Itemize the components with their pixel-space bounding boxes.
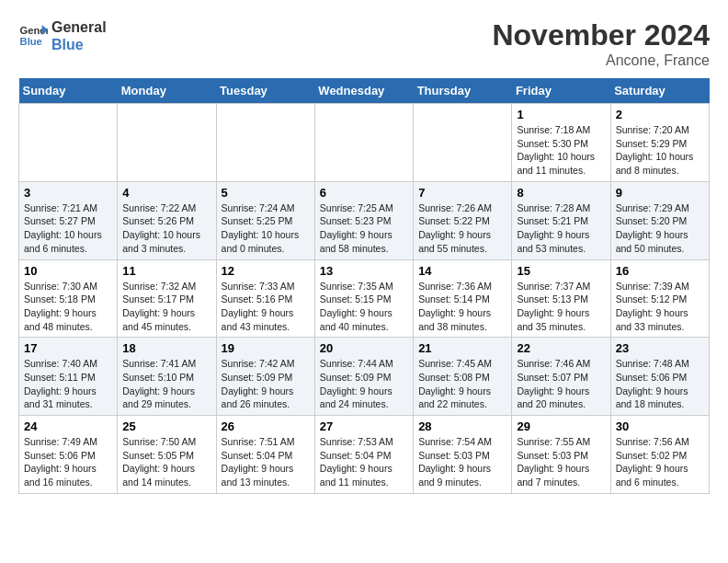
day-number: 21 (418, 341, 506, 355)
calendar-day-cell: 17Sunrise: 7:40 AM Sunset: 5:11 PM Dayli… (19, 338, 118, 416)
day-number: 13 (320, 264, 408, 278)
day-info: Sunrise: 7:37 AM Sunset: 5:13 PM Dayligh… (517, 280, 605, 334)
day-number: 10 (24, 264, 112, 278)
day-info: Sunrise: 7:42 AM Sunset: 5:09 PM Dayligh… (222, 357, 310, 411)
day-number: 8 (517, 186, 605, 200)
day-info: Sunrise: 7:21 AM Sunset: 5:27 PM Dayligh… (24, 201, 112, 256)
day-number: 9 (616, 186, 704, 200)
calendar-body: 1Sunrise: 7:18 AM Sunset: 5:30 PM Daylig… (19, 104, 710, 494)
weekday-header-cell: Friday (512, 78, 610, 104)
calendar-day-cell: 24Sunrise: 7:49 AM Sunset: 5:06 PM Dayli… (19, 416, 118, 494)
calendar-week-row: 24Sunrise: 7:49 AM Sunset: 5:06 PM Dayli… (19, 416, 710, 494)
day-number: 17 (24, 341, 112, 355)
day-number: 30 (616, 419, 704, 433)
calendar-day-cell: 8Sunrise: 7:28 AM Sunset: 5:21 PM Daylig… (512, 181, 610, 259)
calendar-day-cell: 14Sunrise: 7:36 AM Sunset: 5:14 PM Dayli… (414, 259, 512, 338)
day-number: 12 (222, 264, 310, 278)
day-number: 4 (122, 186, 210, 200)
day-info: Sunrise: 7:48 AM Sunset: 5:06 PM Dayligh… (616, 357, 704, 411)
day-number: 29 (517, 419, 605, 433)
calendar-day-cell: 22Sunrise: 7:46 AM Sunset: 5:07 PM Dayli… (512, 338, 610, 416)
calendar-day-cell: 4Sunrise: 7:22 AM Sunset: 5:26 PM Daylig… (118, 181, 216, 259)
calendar-day-cell: 15Sunrise: 7:37 AM Sunset: 5:13 PM Dayli… (512, 259, 610, 338)
day-info: Sunrise: 7:24 AM Sunset: 5:25 PM Dayligh… (222, 201, 310, 256)
calendar-day-cell: 13Sunrise: 7:35 AM Sunset: 5:15 PM Dayli… (314, 259, 413, 338)
calendar-day-cell (314, 104, 413, 182)
calendar-day-cell: 6Sunrise: 7:25 AM Sunset: 5:23 PM Daylig… (314, 181, 413, 259)
day-info: Sunrise: 7:32 AM Sunset: 5:17 PM Dayligh… (122, 280, 210, 334)
calendar-day-cell: 29Sunrise: 7:55 AM Sunset: 5:03 PM Dayli… (512, 416, 610, 494)
day-number: 25 (122, 419, 210, 433)
calendar-day-cell: 9Sunrise: 7:29 AM Sunset: 5:20 PM Daylig… (610, 181, 709, 259)
calendar-day-cell: 11Sunrise: 7:32 AM Sunset: 5:17 PM Dayli… (118, 259, 216, 338)
day-info: Sunrise: 7:25 AM Sunset: 5:23 PM Dayligh… (320, 201, 408, 256)
weekday-header-cell: Saturday (610, 78, 709, 104)
day-info: Sunrise: 7:22 AM Sunset: 5:26 PM Dayligh… (122, 201, 210, 256)
calendar-day-cell (414, 104, 512, 182)
day-info: Sunrise: 7:45 AM Sunset: 5:08 PM Dayligh… (418, 357, 506, 411)
weekday-header-cell: Sunday (19, 78, 118, 104)
day-number: 3 (24, 186, 112, 200)
calendar-day-cell: 19Sunrise: 7:42 AM Sunset: 5:09 PM Dayli… (216, 338, 314, 416)
weekday-header-row: SundayMondayTuesdayWednesdayThursdayFrid… (19, 78, 710, 104)
day-info: Sunrise: 7:50 AM Sunset: 5:05 PM Dayligh… (122, 435, 210, 489)
day-number: 5 (222, 186, 310, 200)
day-info: Sunrise: 7:55 AM Sunset: 5:03 PM Dayligh… (517, 435, 605, 489)
day-number: 15 (517, 264, 605, 278)
day-info: Sunrise: 7:35 AM Sunset: 5:15 PM Dayligh… (320, 280, 408, 334)
day-number: 14 (418, 264, 506, 278)
weekday-header-cell: Monday (118, 78, 216, 104)
day-number: 26 (222, 419, 310, 433)
day-number: 11 (122, 264, 210, 278)
header: General Blue General Blue November 2024 … (18, 18, 710, 69)
day-number: 19 (222, 341, 310, 355)
day-number: 1 (517, 108, 605, 121)
calendar-day-cell: 25Sunrise: 7:50 AM Sunset: 5:05 PM Dayli… (118, 416, 216, 494)
calendar-week-row: 17Sunrise: 7:40 AM Sunset: 5:11 PM Dayli… (19, 338, 710, 416)
day-info: Sunrise: 7:39 AM Sunset: 5:12 PM Dayligh… (616, 280, 704, 334)
day-info: Sunrise: 7:41 AM Sunset: 5:10 PM Dayligh… (122, 357, 210, 411)
day-info: Sunrise: 7:33 AM Sunset: 5:16 PM Dayligh… (222, 280, 310, 334)
calendar-day-cell: 2Sunrise: 7:20 AM Sunset: 5:29 PM Daylig… (610, 104, 709, 182)
month-title: November 2024 (492, 18, 710, 52)
logo-line2: Blue (51, 36, 107, 53)
day-number: 2 (616, 108, 704, 121)
day-number: 18 (122, 341, 210, 355)
day-info: Sunrise: 7:56 AM Sunset: 5:02 PM Dayligh… (616, 435, 704, 489)
weekday-header-cell: Thursday (414, 78, 512, 104)
day-info: Sunrise: 7:26 AM Sunset: 5:22 PM Dayligh… (418, 201, 506, 256)
logo: General Blue General Blue (18, 18, 107, 53)
day-info: Sunrise: 7:46 AM Sunset: 5:07 PM Dayligh… (517, 357, 605, 411)
day-number: 6 (320, 186, 408, 200)
day-info: Sunrise: 7:36 AM Sunset: 5:14 PM Dayligh… (418, 280, 506, 334)
calendar-day-cell (118, 104, 216, 182)
day-info: Sunrise: 7:18 AM Sunset: 5:30 PM Dayligh… (517, 123, 605, 178)
day-number: 7 (418, 186, 506, 200)
calendar-day-cell: 3Sunrise: 7:21 AM Sunset: 5:27 PM Daylig… (19, 181, 118, 259)
day-number: 27 (320, 419, 408, 433)
day-info: Sunrise: 7:28 AM Sunset: 5:21 PM Dayligh… (517, 201, 605, 256)
calendar-day-cell: 7Sunrise: 7:26 AM Sunset: 5:22 PM Daylig… (414, 181, 512, 259)
calendar-day-cell (216, 104, 314, 182)
calendar-week-row: 3Sunrise: 7:21 AM Sunset: 5:27 PM Daylig… (19, 181, 710, 259)
calendar-day-cell: 28Sunrise: 7:54 AM Sunset: 5:03 PM Dayli… (414, 416, 512, 494)
day-info: Sunrise: 7:49 AM Sunset: 5:06 PM Dayligh… (24, 435, 112, 489)
day-info: Sunrise: 7:20 AM Sunset: 5:29 PM Dayligh… (616, 123, 704, 178)
location-title: Ancone, France (492, 52, 710, 69)
calendar-day-cell (19, 104, 118, 182)
title-area: November 2024 Ancone, France (492, 18, 710, 69)
svg-text:Blue: Blue (20, 36, 42, 47)
day-number: 23 (616, 341, 704, 355)
calendar-day-cell: 23Sunrise: 7:48 AM Sunset: 5:06 PM Dayli… (610, 338, 709, 416)
day-info: Sunrise: 7:30 AM Sunset: 5:18 PM Dayligh… (24, 280, 112, 334)
logo-icon: General Blue (18, 21, 48, 51)
day-number: 24 (24, 419, 112, 433)
calendar-day-cell: 16Sunrise: 7:39 AM Sunset: 5:12 PM Dayli… (610, 259, 709, 338)
calendar-day-cell: 27Sunrise: 7:53 AM Sunset: 5:04 PM Dayli… (314, 416, 413, 494)
calendar-week-row: 1Sunrise: 7:18 AM Sunset: 5:30 PM Daylig… (19, 104, 710, 182)
calendar-day-cell: 20Sunrise: 7:44 AM Sunset: 5:09 PM Dayli… (314, 338, 413, 416)
calendar-day-cell: 26Sunrise: 7:51 AM Sunset: 5:04 PM Dayli… (216, 416, 314, 494)
day-number: 20 (320, 341, 408, 355)
calendar-day-cell: 12Sunrise: 7:33 AM Sunset: 5:16 PM Dayli… (216, 259, 314, 338)
weekday-header-cell: Tuesday (216, 78, 314, 104)
